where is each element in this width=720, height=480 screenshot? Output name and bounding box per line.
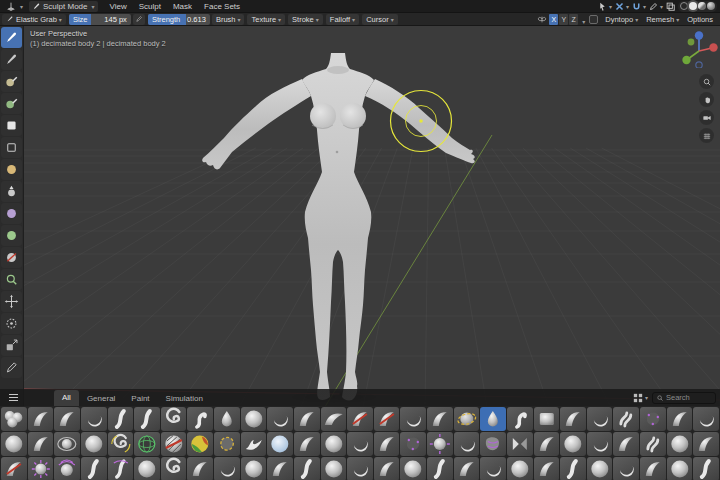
gizmo-y-axis[interactable]	[682, 56, 690, 64]
brush-asset-wiregreen[interactable]	[134, 432, 160, 456]
brush-asset-shell[interactable]	[267, 407, 293, 431]
brush-selector[interactable]: Elastic Grab	[2, 14, 66, 25]
strength-slider[interactable]: Strength 0.613	[148, 14, 210, 25]
brush-asset-curve[interactable]	[560, 457, 586, 480]
brush-asset-sphere[interactable]	[560, 432, 586, 456]
tool-layer[interactable]	[1, 115, 22, 136]
brush-asset-shell[interactable]	[347, 432, 373, 456]
brush-asset-sphere[interactable]	[241, 407, 267, 431]
brush-asset-shell[interactable]	[693, 407, 719, 431]
brush-asset-twist[interactable]	[613, 407, 639, 431]
brush-asset-softblue[interactable]	[267, 432, 293, 456]
camera-view-icon[interactable]	[699, 110, 714, 125]
tool-crease[interactable]	[1, 181, 22, 202]
brush-asset-curve[interactable]	[294, 457, 320, 480]
menu-face-sets[interactable]: Face Sets	[198, 0, 246, 13]
gizmo-x-axis[interactable]	[709, 43, 717, 51]
tool-clay[interactable]	[1, 71, 22, 92]
brush-asset-fold[interactable]	[28, 407, 54, 431]
brush-asset-hook[interactable]	[187, 407, 213, 431]
brush-asset-fold[interactable]	[534, 457, 560, 480]
brush-asset-lasso[interactable]	[454, 407, 480, 431]
brush-asset-curve[interactable]	[427, 457, 453, 480]
brush-asset-fold[interactable]	[294, 407, 320, 431]
tool-mesh-filter[interactable]	[1, 269, 22, 290]
tool-mask[interactable]	[1, 247, 22, 268]
shelf-tab-all[interactable]: All	[54, 390, 79, 406]
brush-asset-fold[interactable]	[374, 432, 400, 456]
brush-asset-sphere[interactable]	[667, 457, 693, 480]
brush-asset-sphere[interactable]	[1, 432, 27, 456]
brush-asset-pinch[interactable]	[507, 432, 533, 456]
pan-hand-icon[interactable]	[699, 92, 714, 107]
menu-view[interactable]: View	[104, 0, 133, 13]
texture-dropdown[interactable]: Texture	[247, 14, 285, 25]
brush-asset-slash[interactable]	[1, 457, 27, 480]
brush-asset-fold[interactable]	[560, 407, 586, 431]
brush-asset-fold[interactable]	[613, 432, 639, 456]
zoom-icon[interactable]	[699, 74, 714, 89]
brush-asset-shell[interactable]	[587, 407, 613, 431]
gizmo-z-axis[interactable]	[695, 31, 703, 39]
shading-material-icon[interactable]	[698, 2, 706, 10]
brush-asset-fold[interactable]	[640, 457, 666, 480]
brush-asset-fold[interactable]	[454, 457, 480, 480]
brush-asset-fold[interactable]	[267, 457, 293, 480]
dyntopo-checkbox[interactable]	[589, 15, 598, 24]
falloff-dropdown[interactable]: Falloff	[326, 14, 359, 25]
tool-clay-strips[interactable]	[1, 93, 22, 114]
remesh-dropdown[interactable]: Remesh	[643, 15, 682, 24]
shelf-tab-general[interactable]: General	[79, 391, 123, 406]
size-pressure-button[interactable]	[133, 14, 145, 25]
brush-asset-sphere[interactable]	[400, 457, 426, 480]
brush-asset-curve[interactable]	[81, 457, 107, 480]
tool-blob[interactable]	[1, 159, 22, 180]
brush-asset-swirlyellow[interactable]	[108, 432, 134, 456]
shading-solid-icon[interactable]	[689, 2, 697, 10]
tool-draw-sharp[interactable]	[1, 49, 22, 70]
brush-asset-shell[interactable]	[454, 432, 480, 456]
size-slider[interactable]: Size 145 px	[69, 14, 131, 25]
menu-mask[interactable]: Mask	[167, 0, 198, 13]
cursor-dropdown[interactable]: Cursor	[362, 14, 398, 25]
brush-asset-fold[interactable]	[374, 457, 400, 480]
brush-asset-shell[interactable]	[613, 457, 639, 480]
dyntopo-dropdown[interactable]: Dyntopo	[602, 15, 641, 24]
tool-inflate[interactable]	[1, 137, 22, 158]
brush-asset-shell[interactable]	[480, 457, 506, 480]
brush-asset-fold[interactable]	[54, 407, 80, 431]
brush-asset-purpledark[interactable]	[400, 432, 426, 456]
brush-asset-sphere[interactable]	[321, 457, 347, 480]
brush-asset-fold[interactable]	[667, 407, 693, 431]
brush-asset-shell[interactable]	[214, 457, 240, 480]
tool-move[interactable]	[1, 291, 22, 312]
tool-annotate[interactable]	[1, 357, 22, 378]
brush-asset-curve[interactable]	[108, 407, 134, 431]
brush-asset-shell[interactable]	[587, 432, 613, 456]
mode-selector[interactable]: Sculpt Mode	[29, 1, 97, 12]
brush-asset-sphere[interactable]	[241, 457, 267, 480]
brush-asset-shell[interactable]	[347, 457, 373, 480]
brush-asset-sphere[interactable]	[81, 432, 107, 456]
brush-asset-cube[interactable]	[534, 407, 560, 431]
display-mode-icon[interactable]	[633, 393, 648, 403]
tool-pose[interactable]	[1, 203, 22, 224]
brush-asset-drape[interactable]	[321, 407, 347, 431]
brush-asset-fold[interactable]	[534, 432, 560, 456]
brush-asset-shell[interactable]	[81, 407, 107, 431]
brush-asset-fold[interactable]	[294, 432, 320, 456]
symmetry-z-toggle[interactable]: Z	[569, 14, 578, 25]
editor-type-button[interactable]	[3, 1, 26, 12]
brush-asset-burstpurple[interactable]	[54, 457, 80, 480]
brush-asset-sphere[interactable]	[134, 457, 160, 480]
brush-asset-swirl[interactable]	[161, 457, 187, 480]
shading-rendered-icon[interactable]	[707, 2, 715, 10]
brush-asset-wrappurple[interactable]	[108, 457, 134, 480]
brush-asset-curve[interactable]	[134, 407, 160, 431]
brush-asset-fold[interactable]	[693, 432, 719, 456]
brush-asset-sphere[interactable]	[321, 432, 347, 456]
tool-transform[interactable]	[1, 335, 22, 356]
brush-asset-slash[interactable]	[374, 407, 400, 431]
brush-asset-purpledark[interactable]	[640, 407, 666, 431]
brush-asset-fold[interactable]	[427, 407, 453, 431]
